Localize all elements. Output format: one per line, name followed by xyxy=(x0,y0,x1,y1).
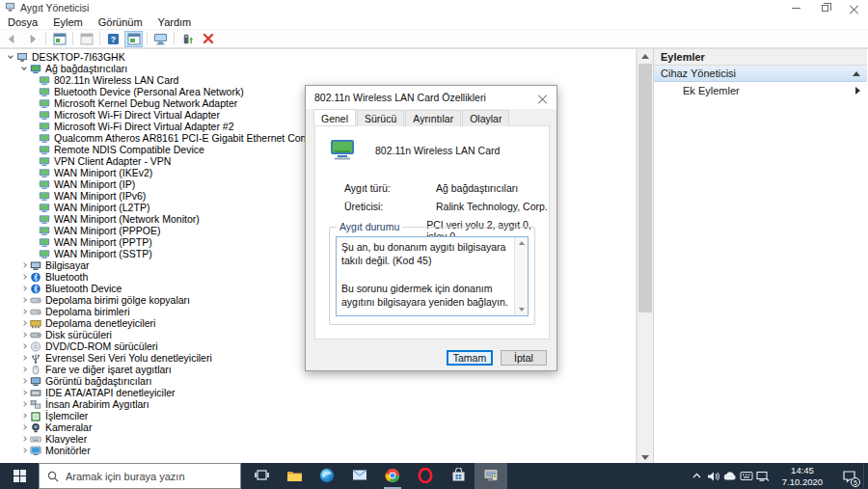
chevron-right-icon[interactable] xyxy=(21,320,27,326)
taskbar-search[interactable]: Aramak için buraya yazın xyxy=(39,463,241,489)
help-button[interactable]: ? xyxy=(104,31,122,47)
chevron-right-icon[interactable] xyxy=(21,285,27,291)
chevron-right-icon[interactable] xyxy=(21,424,27,430)
scroll-up-icon[interactable] xyxy=(637,49,653,64)
minimize-button[interactable] xyxy=(781,0,810,15)
chevron-right-icon[interactable] xyxy=(21,355,27,361)
back-icon xyxy=(6,33,18,45)
taskbar-app-mail[interactable] xyxy=(343,463,376,489)
window-title: Aygıt Yöneticisi xyxy=(20,2,89,14)
dialog-buttons: Tamam İptal xyxy=(447,350,547,366)
status-scroll-track[interactable] xyxy=(515,249,528,304)
collapse-arrow-icon[interactable] xyxy=(853,71,860,76)
field-label: Aygıt türü: xyxy=(344,182,436,194)
net-adapter-icon xyxy=(39,98,52,109)
chevron-down-icon[interactable] xyxy=(8,53,14,59)
scrollbar-track[interactable] xyxy=(637,64,653,450)
tray-network-icon[interactable] xyxy=(754,463,771,489)
close-icon xyxy=(538,94,547,102)
notification-badge: 5 xyxy=(851,477,860,487)
chevron-right-icon[interactable] xyxy=(21,378,27,384)
tree-item-label: İşlemciler xyxy=(43,410,88,421)
tree-item[interactable]: Monitörler xyxy=(0,445,636,456)
tree-item[interactable]: Klavyeler xyxy=(0,433,636,445)
tab-genel[interactable]: Genel xyxy=(313,109,356,125)
tree-item[interactable]: Ağ bağdaştırıcıları xyxy=(0,63,636,74)
tree-item-label: Fare ve diğer işaret aygıtları xyxy=(43,364,172,375)
taskbar-app-opera[interactable] xyxy=(409,463,442,489)
ok-button[interactable]: Tamam xyxy=(447,350,493,366)
chevron-right-icon[interactable] xyxy=(21,436,27,442)
tree-item-label: WAN Miniport (PPTP) xyxy=(52,236,152,248)
chevron-right-icon[interactable] xyxy=(21,413,27,419)
taskbar-app-file-explorer[interactable] xyxy=(278,463,311,489)
chevron-right-icon[interactable] xyxy=(21,332,27,338)
menu-view[interactable]: Görünüm xyxy=(91,16,150,28)
tab-sürücü[interactable]: Sürücü xyxy=(357,110,404,126)
show-desktop-button[interactable] xyxy=(863,463,868,489)
export-button[interactable] xyxy=(77,31,95,47)
tree-item-label: WAN Miniport (IP) xyxy=(52,178,135,190)
dialog-tabs: GenelSürücüAyrıntılarOlaylar xyxy=(306,110,556,126)
tray-chevron-up-icon[interactable] xyxy=(689,463,705,489)
restore-button[interactable] xyxy=(810,0,839,15)
chevron-right-icon[interactable] xyxy=(21,367,27,372)
uninstall-device-button[interactable] xyxy=(199,31,217,47)
action-center-button[interactable]: 5 xyxy=(834,463,863,489)
chevron-right-icon[interactable] xyxy=(21,274,27,280)
tray-onedrive-icon[interactable] xyxy=(721,463,738,489)
start-button[interactable] xyxy=(0,463,39,489)
back-button[interactable] xyxy=(3,31,21,47)
cancel-button[interactable]: İptal xyxy=(501,350,547,366)
net-adapter-icon xyxy=(39,122,52,132)
usb-icon xyxy=(30,353,43,364)
tree-item[interactable]: IDE ATA/ATAPI denetleyiciler xyxy=(0,387,636,398)
status-scrollbar[interactable] xyxy=(514,237,528,315)
tray-volume-icon[interactable] xyxy=(705,463,721,489)
actions-section-device-manager[interactable]: Cihaz Yöneticisi xyxy=(654,66,867,82)
restore-icon xyxy=(822,5,828,12)
chevron-right-icon[interactable] xyxy=(21,297,27,303)
actions-item-more-actions[interactable]: Ek Eylemler xyxy=(654,82,867,99)
tray-language-icon[interactable] xyxy=(738,463,754,489)
chevron-right-icon[interactable] xyxy=(21,401,27,407)
forward-icon xyxy=(26,33,39,45)
tree-item[interactable]: Görüntü bağdaştırıcıları xyxy=(0,375,636,387)
taskbar-app-device-manager[interactable] xyxy=(475,463,507,489)
close-button[interactable] xyxy=(839,0,868,15)
console-tree-button[interactable] xyxy=(50,31,68,47)
store-icon xyxy=(451,468,466,484)
forward-button[interactable] xyxy=(23,31,41,47)
scan-hardware-button[interactable] xyxy=(151,31,170,47)
taskbar-app-edge[interactable] xyxy=(311,463,343,489)
status-scroll-down-icon[interactable] xyxy=(515,304,528,315)
net-adapter-icon xyxy=(39,179,52,190)
tree-item[interactable]: İnsan Arabirim Aygıtları xyxy=(0,398,636,410)
device-status-box[interactable]: Şu an, bu donanım aygıtı bilgisayara tak… xyxy=(336,236,529,316)
tree-item[interactable]: DESKTOP-7I63GHK xyxy=(0,51,636,63)
taskbar-clock[interactable]: 14:45 7.10.2020 xyxy=(774,465,830,487)
menu-action[interactable]: Eylem xyxy=(45,16,91,28)
tree-scrollbar[interactable] xyxy=(637,49,653,465)
menu-help[interactable]: Yardım xyxy=(150,16,200,28)
chevron-right-icon[interactable] xyxy=(21,448,27,453)
tab-olaylar[interactable]: Olaylar xyxy=(462,110,509,126)
device-field-row: Aygıt türü:Ağ bağdaştırıcıları xyxy=(344,182,549,194)
taskbar-app-chrome[interactable] xyxy=(376,463,409,489)
taskbar-app-store[interactable] xyxy=(442,463,475,489)
dialog-close-button[interactable] xyxy=(528,86,556,109)
tab-ayrıntılar[interactable]: Ayrıntılar xyxy=(405,110,461,126)
tree-item[interactable]: Kameralar xyxy=(0,421,636,433)
taskbar-app-task-view[interactable] xyxy=(245,463,278,489)
chevron-right-icon[interactable] xyxy=(21,343,27,349)
tree-item[interactable]: İşlemciler xyxy=(0,410,636,421)
chevron-right-icon[interactable] xyxy=(21,390,27,395)
chevron-right-icon[interactable] xyxy=(21,262,27,268)
status-scroll-up-icon[interactable] xyxy=(515,237,528,249)
update-driver-button[interactable] xyxy=(178,31,197,47)
chevron-right-icon[interactable] xyxy=(21,309,27,314)
menu-file[interactable]: Dosya xyxy=(0,16,45,28)
chevron-down-icon[interactable] xyxy=(21,65,27,70)
properties-button[interactable] xyxy=(124,31,143,47)
scrollbar-thumb[interactable] xyxy=(638,64,652,312)
